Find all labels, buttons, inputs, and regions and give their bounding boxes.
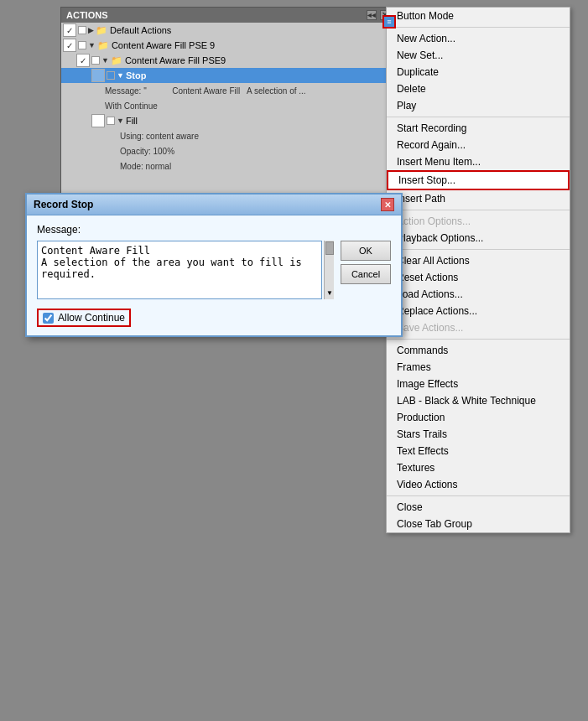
record-stop-dialog: Record Stop ✕ Message: Content Aware Fil…: [25, 193, 403, 337]
menu-item-playback-options[interactable]: Playback Options...: [387, 230, 570, 246]
menu-icon: ≡: [387, 18, 391, 26]
detail-label: Opacity: 100%: [120, 147, 174, 156]
menu-item-lab-bw[interactable]: LAB - Black & White Technique: [387, 392, 570, 409]
menu-item-insert-stop[interactable]: Insert Stop...: [387, 170, 570, 190]
record-indicator: [91, 56, 100, 65]
record-indicator: [78, 26, 86, 34]
cancel-button[interactable]: Cancel: [341, 264, 391, 284]
action-label: Content Aware Fill PSE9: [125, 55, 226, 65]
menu-item-record-again[interactable]: Record Again...: [387, 137, 570, 153]
menu-item-action-options: Action Options...: [387, 213, 570, 230]
action-label: Content Aware Fill PSE 9: [112, 40, 215, 50]
menu-item-insert-menu-item[interactable]: Insert Menu Item...: [387, 153, 570, 170]
action-checkbox[interactable]: [91, 69, 105, 82]
menu-item-replace-actions[interactable]: Replace Actions...: [387, 303, 570, 319]
allow-continue-checkbox[interactable]: [43, 313, 54, 324]
action-row[interactable]: ▼ 📁 Content Aware Fill PSE9: [61, 53, 395, 68]
menu-item-textures[interactable]: Textures: [387, 459, 570, 476]
panel-titlebar: ACTIONS ◂◂ ✕: [61, 8, 395, 23]
menu-item-image-effects[interactable]: Image Effects: [387, 376, 570, 392]
action-checkbox[interactable]: [76, 54, 90, 67]
menu-item-button-mode[interactable]: Button Mode: [387, 8, 570, 24]
detail-label: Message: " Content Aware Fill A selectio…: [105, 86, 306, 96]
menu-item-text-effects[interactable]: Text Effects: [387, 443, 570, 459]
scrollbar-thumb[interactable]: [325, 241, 334, 255]
dialog-close-button[interactable]: ✕: [381, 198, 394, 211]
expand-arrow-icon[interactable]: ▼: [117, 71, 124, 80]
menu-item-stars-trails[interactable]: Stars Trails: [387, 426, 570, 443]
scroll-down-arrow[interactable]: ▼: [325, 286, 335, 299]
message-textarea[interactable]: Content Aware Fill A selection of the ar…: [37, 241, 322, 299]
action-label: Stop: [126, 70, 146, 80]
message-label: Message:: [37, 224, 391, 236]
action-row[interactable]: ▶ 📁 Default Actions: [61, 23, 395, 38]
allow-continue-label: Allow Continue: [58, 312, 125, 324]
menu-item-start-recording[interactable]: Start Recording: [387, 120, 570, 137]
menu-item-production[interactable]: Production: [387, 409, 570, 426]
menu-item-video-actions[interactable]: Video Actions: [387, 476, 570, 493]
action-detail-row: Using: content aware: [61, 128, 395, 143]
dropdown-menu: Button Mode New Action... New Set... Dup…: [386, 7, 570, 533]
expand-arrow-icon[interactable]: ▼: [88, 41, 96, 49]
detail-label: Mode: normal: [120, 162, 171, 171]
menu-item-duplicate[interactable]: Duplicate: [387, 64, 570, 80]
menu-item-play[interactable]: Play: [387, 97, 570, 114]
dialog-titlebar: Record Stop ✕: [27, 195, 401, 215]
action-detail-row: With Continue: [61, 98, 395, 113]
menu-item-delete[interactable]: Delete: [387, 80, 570, 97]
actions-list: ▶ 📁 Default Actions ▼ 📁 Content Aware Fi…: [61, 23, 395, 207]
menu-separator: [387, 339, 570, 340]
menu-icon-button[interactable]: ≡: [382, 15, 396, 29]
menu-separator: [387, 249, 570, 250]
menu-item-commands[interactable]: Commands: [387, 342, 570, 359]
menu-item-save-actions: Save Actions...: [387, 319, 570, 336]
menu-item-insert-path[interactable]: Insert Path: [387, 190, 570, 207]
menu-item-new-action[interactable]: New Action...: [387, 30, 570, 47]
minimize-button[interactable]: ◂◂: [367, 10, 377, 20]
action-checkbox[interactable]: [63, 23, 76, 37]
action-label: Default Actions: [110, 25, 171, 35]
action-detail-row: Opacity: 100%: [61, 143, 395, 158]
action-detail-row: Mode: normal: [61, 158, 395, 174]
dialog-button-group: OK Cancel: [341, 241, 391, 302]
menu-item-new-set[interactable]: New Set...: [387, 47, 570, 64]
expand-arrow-icon[interactable]: ▼: [117, 117, 124, 125]
menu-separator: [387, 117, 570, 117]
menu-item-load-actions[interactable]: Load Actions...: [387, 286, 570, 303]
menu-item-frames[interactable]: Frames: [387, 359, 570, 376]
action-checkbox[interactable]: [63, 39, 76, 52]
menu-item-clear-all-actions[interactable]: Clear All Actions: [387, 252, 570, 269]
ok-button[interactable]: OK: [341, 241, 391, 261]
textarea-scrollbar[interactable]: ▼: [324, 241, 334, 299]
panel-title: ACTIONS: [66, 10, 108, 20]
action-checkbox[interactable]: [91, 114, 105, 127]
action-detail-row: Message: " Content Aware Fill A selectio…: [61, 83, 395, 98]
record-indicator: [107, 117, 115, 125]
menu-separator: [387, 495, 570, 496]
menu-item-close-tab-group[interactable]: Close Tab Group: [387, 516, 570, 532]
menu-item-reset-actions[interactable]: Reset Actions: [387, 269, 570, 286]
expand-arrow-icon[interactable]: ▶: [88, 26, 94, 34]
expand-arrow-icon[interactable]: ▼: [101, 56, 109, 65]
menu-item-close[interactable]: Close: [387, 499, 570, 516]
detail-label: With Continue: [105, 101, 158, 111]
detail-label: Using: content aware: [120, 132, 199, 141]
action-row[interactable]: ▼ 📁 Content Aware Fill PSE 9: [61, 38, 395, 53]
action-row-stop[interactable]: ▼ Stop: [61, 68, 395, 83]
action-row-fill[interactable]: ▼ Fill: [61, 113, 395, 128]
dialog-body: Message: Content Aware Fill A selection …: [27, 215, 401, 335]
action-label: Fill: [126, 116, 138, 126]
record-indicator: [78, 41, 86, 49]
allow-continue-container: Allow Continue: [37, 309, 131, 327]
menu-separator: [387, 210, 570, 210]
record-indicator: [107, 71, 115, 80]
menu-separator: [387, 27, 570, 28]
dialog-title: Record Stop: [34, 199, 93, 210]
